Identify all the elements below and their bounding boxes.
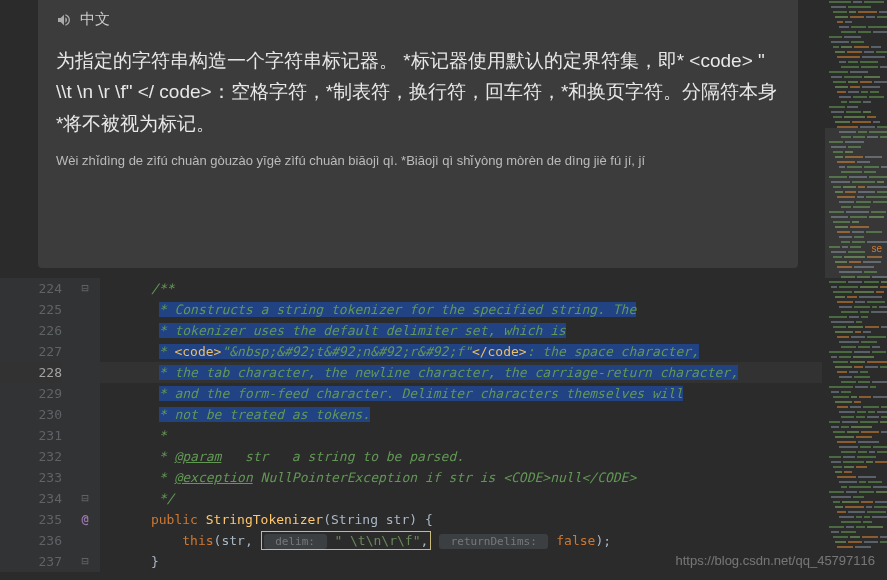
code-line[interactable]: this(str, delim: " \t\n\r\f", returnDeli…: [100, 530, 822, 551]
minimap-hint: se: [871, 243, 882, 254]
code-content[interactable]: /** * Constructs a string tokenizer for …: [100, 278, 822, 572]
minimap-line: [825, 476, 887, 480]
minimap-line: [825, 321, 887, 325]
minimap-line: [825, 541, 887, 545]
translation-popup: 中文 为指定的字符串构造一个字符串标记器。 *标记器使用默认的定界符集，即* <…: [38, 0, 798, 268]
minimap-line: [825, 31, 887, 35]
code-line[interactable]: *: [100, 425, 822, 446]
gutter-mark[interactable]: [70, 320, 100, 341]
minimap-line: [825, 91, 887, 95]
minimap-line: [825, 336, 887, 340]
minimap-line: [825, 366, 887, 370]
minimap-line: [825, 436, 887, 440]
minimap-line: [825, 81, 887, 85]
minimap-line: [825, 16, 887, 20]
gutter-marks[interactable]: ⊟⊟@⊟: [70, 278, 100, 572]
watermark: https://blog.csdn.net/qq_45797116: [676, 553, 876, 568]
line-number: 227: [0, 341, 62, 362]
code-line[interactable]: * @param str a string to be parsed.: [100, 446, 822, 467]
minimap-line: [825, 341, 887, 345]
minimap-line: [825, 296, 887, 300]
minimap-line: [825, 291, 887, 295]
minimap-line: [825, 121, 887, 125]
minimap-line: [825, 66, 887, 70]
code-line[interactable]: /**: [100, 278, 822, 299]
minimap-line: [825, 516, 887, 520]
gutter-mark[interactable]: ⊟: [70, 551, 100, 572]
minimap-viewport[interactable]: [825, 128, 887, 278]
minimap-line: [825, 386, 887, 390]
code-line[interactable]: * @exception NullPointerException if str…: [100, 467, 822, 488]
code-line[interactable]: * tokenizer uses the default delimiter s…: [100, 320, 822, 341]
code-editor[interactable]: 2242252262272282292302312322332342352362…: [0, 278, 822, 572]
minimap-line: [825, 506, 887, 510]
code-line[interactable]: * not be treated as tokens.: [100, 404, 822, 425]
minimap-line: [825, 526, 887, 530]
gutter-mark[interactable]: [70, 383, 100, 404]
sound-icon[interactable]: [56, 12, 72, 28]
gutter-mark[interactable]: [70, 404, 100, 425]
minimap-line: [825, 486, 887, 490]
minimap-line: [825, 326, 887, 330]
minimap-line: [825, 466, 887, 470]
code-line[interactable]: public StringTokenizer(String str) {: [100, 509, 822, 530]
minimap-line: [825, 36, 887, 40]
code-line[interactable]: */: [100, 488, 822, 509]
gutter-mark[interactable]: [70, 425, 100, 446]
minimap-line: [825, 491, 887, 495]
minimap-line: [825, 316, 887, 320]
line-number-gutter: 2242252262272282292302312322332342352362…: [0, 278, 70, 572]
minimap-line: [825, 501, 887, 505]
line-number: 236: [0, 530, 62, 551]
minimap-line: [825, 456, 887, 460]
gutter-mark[interactable]: ⊟: [70, 278, 100, 299]
minimap-line: [825, 421, 887, 425]
minimap-line: [825, 106, 887, 110]
minimap-line: [825, 546, 887, 550]
gutter-mark[interactable]: [70, 341, 100, 362]
line-number: 237: [0, 551, 62, 572]
code-line[interactable]: * the tab character, the newline charact…: [100, 362, 822, 383]
minimap-line: [825, 61, 887, 65]
minimap-line: [825, 71, 887, 75]
minimap-line: [825, 536, 887, 540]
minimap-line: [825, 381, 887, 385]
minimap-line: [825, 471, 887, 475]
gutter-mark[interactable]: [70, 362, 100, 383]
minimap-line: [825, 26, 887, 30]
line-number: 224: [0, 278, 62, 299]
language-label: 中文: [80, 10, 110, 29]
popup-header: 中文: [56, 10, 780, 29]
minimap-line: [825, 76, 887, 80]
minimap-line: [825, 376, 887, 380]
code-line[interactable]: * and the form-feed character. Delimiter…: [100, 383, 822, 404]
gutter-mark[interactable]: [70, 530, 100, 551]
minimap[interactable]: se: [825, 0, 887, 580]
minimap-line: [825, 111, 887, 115]
gutter-mark[interactable]: @: [70, 509, 100, 530]
line-number: 235: [0, 509, 62, 530]
code-line[interactable]: * Constructs a string tokenizer for the …: [100, 299, 822, 320]
minimap-line: [825, 1, 887, 5]
minimap-line: [825, 401, 887, 405]
minimap-line: [825, 356, 887, 360]
line-number: 232: [0, 446, 62, 467]
minimap-line: [825, 41, 887, 45]
minimap-line: [825, 521, 887, 525]
minimap-line: [825, 406, 887, 410]
minimap-line: [825, 51, 887, 55]
gutter-mark[interactable]: [70, 299, 100, 320]
minimap-line: [825, 351, 887, 355]
minimap-line: [825, 431, 887, 435]
line-number: 228: [0, 362, 62, 383]
gutter-mark[interactable]: [70, 467, 100, 488]
minimap-line: [825, 426, 887, 430]
minimap-line: [825, 371, 887, 375]
minimap-line: [825, 11, 887, 15]
line-number: 233: [0, 467, 62, 488]
minimap-line: [825, 306, 887, 310]
gutter-mark[interactable]: [70, 446, 100, 467]
code-line[interactable]: * <code>"&nbsp;&#92;t&#92;n&#92;r&#92;f"…: [100, 341, 822, 362]
gutter-mark[interactable]: ⊟: [70, 488, 100, 509]
line-number: 231: [0, 425, 62, 446]
